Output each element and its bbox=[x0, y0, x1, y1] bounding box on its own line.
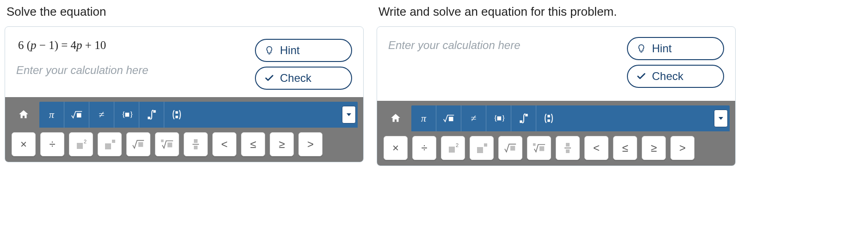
pi-icon: π bbox=[421, 112, 426, 124]
hint-button[interactable]: Hint bbox=[255, 39, 352, 62]
tab-pi[interactable]: π bbox=[411, 105, 436, 131]
tab-neq[interactable]: ≠ bbox=[89, 102, 114, 128]
neq-icon: ≠ bbox=[471, 112, 476, 124]
key-gt[interactable]: > bbox=[670, 136, 694, 160]
integral-icon bbox=[518, 112, 530, 124]
fraction-icon bbox=[189, 138, 202, 151]
key-lt[interactable]: < bbox=[584, 136, 608, 160]
svg-rect-3 bbox=[125, 113, 129, 117]
svg-rect-34 bbox=[539, 146, 544, 151]
svg-rect-28 bbox=[449, 147, 455, 153]
key-lt[interactable]: < bbox=[212, 132, 236, 156]
svg-rect-27 bbox=[547, 119, 550, 122]
tab-set[interactable]: {} bbox=[114, 102, 139, 128]
key-ge[interactable]: ≥ bbox=[270, 132, 294, 156]
calculation-input[interactable] bbox=[16, 62, 248, 79]
svg-rect-25 bbox=[520, 120, 522, 123]
card-body: Hint Check bbox=[377, 27, 735, 101]
key-gt[interactable]: > bbox=[298, 132, 322, 156]
tab-pi[interactable]: π bbox=[39, 102, 64, 128]
caret-down-icon bbox=[718, 116, 724, 121]
integral-icon bbox=[146, 109, 158, 121]
svg-rect-5 bbox=[153, 110, 155, 112]
svg-text:2: 2 bbox=[84, 139, 87, 144]
set-icon: {} bbox=[121, 109, 133, 121]
binomial-icon bbox=[543, 112, 555, 124]
toolbar-dropdown[interactable] bbox=[342, 106, 356, 123]
key-row: × ÷ 2 bbox=[383, 136, 730, 160]
tab-bar: π ≠ {} bbox=[39, 102, 358, 128]
svg-rect-26 bbox=[547, 115, 550, 117]
fraction-icon bbox=[561, 142, 574, 154]
left-panel: Solve the equation 6 (p − 1) = 4p + 10 H… bbox=[5, 5, 364, 162]
tab-home[interactable] bbox=[383, 105, 409, 131]
toolbar-dropdown[interactable] bbox=[714, 110, 728, 127]
key-divide[interactable]: ÷ bbox=[412, 136, 436, 160]
nroot-icon bbox=[161, 138, 174, 151]
svg-rect-16 bbox=[194, 139, 198, 143]
svg-text:{: { bbox=[493, 114, 497, 123]
svg-rect-20 bbox=[449, 117, 453, 122]
prompt-text: Solve the equation bbox=[6, 5, 364, 19]
key-multiply[interactable]: × bbox=[12, 132, 36, 156]
power-icon bbox=[475, 142, 488, 154]
tab-set[interactable]: {} bbox=[486, 105, 511, 131]
svg-rect-13 bbox=[138, 142, 143, 147]
key-le[interactable]: ≤ bbox=[241, 132, 265, 156]
check-label: Check bbox=[280, 72, 311, 85]
lightbulb-icon bbox=[636, 43, 646, 54]
tab-sqrt[interactable] bbox=[436, 105, 461, 131]
check-button[interactable]: Check bbox=[627, 65, 724, 88]
key-fraction[interactable] bbox=[556, 136, 580, 160]
check-icon bbox=[636, 71, 646, 81]
calculation-input[interactable] bbox=[388, 37, 620, 54]
tab-combinatorics[interactable] bbox=[164, 102, 189, 128]
svg-text:}: } bbox=[130, 110, 133, 119]
key-power[interactable] bbox=[98, 132, 122, 156]
sqrt-key-icon bbox=[504, 142, 517, 154]
hint-button[interactable]: Hint bbox=[627, 37, 724, 60]
caret-down-icon bbox=[346, 112, 352, 117]
svg-rect-12 bbox=[112, 140, 115, 143]
svg-rect-31 bbox=[484, 143, 487, 147]
svg-rect-7 bbox=[175, 111, 178, 113]
right-panel: Write and solve an equation for this pro… bbox=[377, 5, 736, 166]
pi-icon: π bbox=[49, 109, 54, 121]
key-sqrt[interactable] bbox=[126, 132, 150, 156]
key-power[interactable] bbox=[470, 136, 494, 160]
check-button[interactable]: Check bbox=[255, 67, 352, 90]
page: Solve the equation 6 (p − 1) = 4p + 10 H… bbox=[5, 5, 863, 166]
tab-combinatorics[interactable] bbox=[536, 105, 561, 131]
square-icon: 2 bbox=[446, 142, 459, 154]
key-nroot[interactable] bbox=[155, 132, 179, 156]
key-divide[interactable]: ÷ bbox=[40, 132, 64, 156]
tab-row: π ≠ {} bbox=[11, 102, 358, 128]
key-multiply[interactable]: × bbox=[384, 136, 408, 160]
svg-rect-24 bbox=[525, 114, 527, 116]
key-sqrt[interactable] bbox=[498, 136, 522, 160]
tab-home[interactable] bbox=[11, 102, 37, 128]
input-area bbox=[388, 37, 620, 88]
svg-text:{: { bbox=[121, 110, 125, 119]
tab-bar: π ≠ {} bbox=[411, 105, 730, 131]
tab-neq[interactable]: ≠ bbox=[461, 105, 486, 131]
key-fraction[interactable] bbox=[184, 132, 208, 156]
neq-icon: ≠ bbox=[99, 109, 104, 121]
card-body: 6 (p − 1) = 4p + 10 Hint Check bbox=[5, 27, 363, 97]
svg-rect-14 bbox=[161, 140, 164, 142]
tab-integral[interactable] bbox=[511, 105, 536, 131]
key-le[interactable]: ≤ bbox=[613, 136, 637, 160]
svg-rect-15 bbox=[167, 142, 172, 147]
svg-rect-33 bbox=[533, 143, 536, 146]
tab-sqrt[interactable] bbox=[64, 102, 89, 128]
key-square[interactable]: 2 bbox=[441, 136, 465, 160]
tab-integral[interactable] bbox=[139, 102, 164, 128]
home-icon bbox=[18, 109, 30, 121]
key-nroot[interactable] bbox=[527, 136, 551, 160]
nroot-icon bbox=[533, 142, 546, 154]
key-square[interactable]: 2 bbox=[69, 132, 93, 156]
svg-rect-6 bbox=[148, 117, 150, 119]
math-toolbar: π ≠ {} bbox=[5, 97, 363, 162]
key-ge[interactable]: ≥ bbox=[642, 136, 666, 160]
svg-rect-11 bbox=[105, 143, 111, 149]
